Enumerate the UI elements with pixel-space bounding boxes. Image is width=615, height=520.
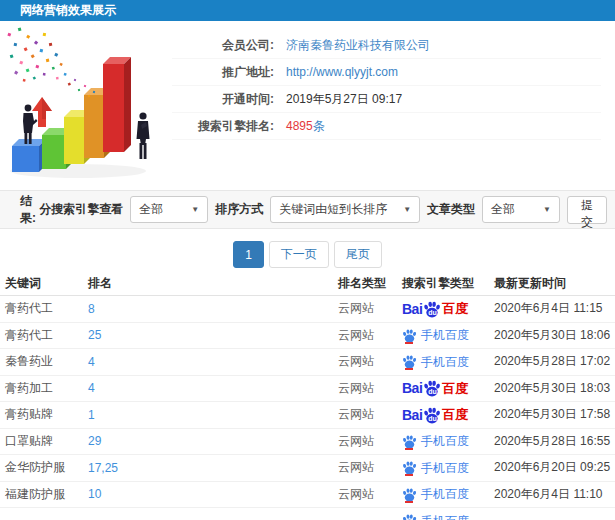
- table-row: 口罩贴牌29云网站手机百度2020年5月28日 16:55: [0, 429, 615, 456]
- mobile-baidu-red-mark: [405, 368, 413, 370]
- chevron-down-icon: ▼: [543, 205, 551, 214]
- baidu-logo: Baidu百度: [402, 406, 468, 424]
- keyword-cell: 福建防护服: [5, 486, 88, 503]
- keyword-cell: 膏药加工: [5, 380, 88, 397]
- table-header-row: 关键词 排名 排名类型 搜索引擎类型 最新更新时间: [0, 271, 615, 296]
- table-row: 膏药贴牌1云网站Baidu百度2020年5月30日 17:58: [0, 402, 615, 429]
- rank-type-cell: 云网站: [338, 300, 402, 317]
- mobile-baidu-label: 手机百度: [421, 329, 469, 341]
- mobile-baidu-red-mark: [405, 342, 413, 344]
- mobile-baidu-logo: 手机百度: [402, 434, 469, 449]
- col-header-engine-type: 搜索引擎类型: [402, 275, 494, 292]
- baidu-bai-text: Bai: [402, 408, 422, 422]
- rank-link[interactable]: 17,25: [88, 461, 338, 475]
- info-label: 开通时间:: [172, 91, 274, 108]
- table-body: 膏药代工8云网站Baidu百度2020年6月4日 11:15膏药代工25云网站手…: [0, 296, 615, 520]
- info-row: 开通时间:2019年5月27日 09:17: [172, 86, 601, 113]
- rank-link[interactable]: 4: [88, 355, 338, 369]
- table-row: 膏药代工8云网站Baidu百度2020年6月4日 11:15: [0, 296, 615, 323]
- table-row: 膏药代工25云网站手机百度2020年5月30日 18:06: [0, 323, 615, 350]
- filter-controls: 分搜索引擎查看 全部 ▼ 排序方式 关键词由短到长排序 ▼ 文章类型 全部 ▼ …: [39, 196, 607, 224]
- mobile-baidu-paw-icon: [402, 513, 417, 520]
- update-time-cell: 2020年5月30日 18:03: [494, 380, 615, 397]
- result-filter-bar: 结果: 分搜索引擎查看 全部 ▼ 排序方式 关键词由短到长排序 ▼ 文章类型 全…: [0, 190, 615, 229]
- article-type-select[interactable]: 全部 ▼: [482, 196, 560, 223]
- mobile-baidu-logo: 手机百度: [402, 328, 469, 343]
- rank-type-cell: 云网站: [338, 406, 402, 423]
- rank-link[interactable]: 10: [88, 487, 338, 501]
- chevron-down-icon: ▼: [191, 205, 199, 214]
- table-row: 秦鲁药业4云网站手机百度2020年5月28日 17:02: [0, 349, 615, 376]
- info-value[interactable]: http://www.qlyyjt.com: [286, 65, 398, 79]
- sort-select-value: 关键词由短到长排序: [279, 201, 387, 218]
- baidu-cn-text: 百度: [442, 408, 468, 421]
- rank-type-cell: 云网站: [338, 380, 402, 397]
- mobile-baidu-red-mark: [405, 448, 413, 450]
- info-row: 推广地址:http://www.qlyyjt.com: [172, 59, 601, 86]
- info-value: 4895: [286, 119, 313, 133]
- table-row: 金华防护服17,25云网站手机百度2020年6月20日 09:25: [0, 455, 615, 482]
- baidu-cn-text: 百度: [442, 382, 468, 395]
- mobile-baidu-label: 手机百度: [421, 356, 469, 368]
- baidu-paw-icon: du: [423, 406, 441, 424]
- info-label: 推广地址:: [172, 64, 274, 81]
- info-value: 2019年5月27日 09:17: [286, 91, 402, 108]
- rank-link[interactable]: 4: [88, 381, 338, 395]
- engine-cell: 手机百度: [402, 434, 494, 449]
- update-time-cell: 2020年5月28日 16:55: [494, 433, 615, 450]
- engine-cell: Baidu百度: [402, 300, 494, 318]
- page-button-last[interactable]: 尾页: [334, 241, 382, 268]
- member-info-list: 会员公司:济南秦鲁药业科技有限公司推广地址:http://www.qlyyjt.…: [172, 21, 615, 188]
- mobile-baidu-label: 手机百度: [421, 488, 469, 500]
- submit-button[interactable]: 提交: [567, 196, 607, 224]
- mobile-baidu-red-mark: [405, 501, 413, 503]
- keyword-cell: 膏药贴牌: [5, 406, 88, 423]
- article-type-select-value: 全部: [491, 201, 515, 218]
- info-label: 搜索引擎排名:: [172, 118, 274, 135]
- baidu-logo: Baidu百度: [402, 300, 468, 318]
- col-header-rank-type: 排名类型: [338, 275, 402, 292]
- page-button-current[interactable]: 1: [233, 241, 264, 268]
- window-titlebar: 网络营销效果展示: [0, 0, 615, 21]
- page-button-next[interactable]: 下一页: [269, 241, 329, 268]
- member-info-section: 会员公司:济南秦鲁药业科技有限公司推广地址:http://www.qlyyjt.…: [0, 21, 615, 188]
- update-time-cell: 2020年5月28日 17:02: [494, 353, 615, 370]
- mobile-baidu-paw-icon: [402, 328, 417, 343]
- rank-type-cell: 云网站: [338, 459, 402, 476]
- mobile-baidu-label: 手机百度: [421, 462, 469, 474]
- rank-link[interactable]: 25: [88, 328, 338, 342]
- mobile-baidu-paw-icon: [402, 354, 417, 369]
- keyword-cell: 金华防护服: [5, 459, 88, 476]
- keyword-cell: 膏药代工: [5, 327, 88, 344]
- update-time-cell: 2020年5月30日 18:06: [494, 327, 615, 344]
- info-row: 搜索引擎排名:4895条: [172, 113, 601, 140]
- mobile-baidu-label: 手机百度: [421, 515, 469, 520]
- sort-select[interactable]: 关键词由短到长排序 ▼: [270, 196, 420, 223]
- mobile-baidu-logo: 手机百度: [402, 487, 469, 502]
- col-header-rank: 排名: [88, 275, 338, 292]
- mobile-baidu-red-mark: [405, 474, 413, 476]
- mobile-baidu-paw-icon: [402, 487, 417, 502]
- info-label: 会员公司:: [172, 37, 274, 54]
- info-value[interactable]: 济南秦鲁药业科技有限公司: [286, 37, 430, 54]
- engine-cell: 手机百度: [402, 354, 494, 369]
- engine-select[interactable]: 全部 ▼: [130, 196, 208, 223]
- baidu-du-text: du: [428, 415, 437, 422]
- chevron-down-icon: ▼: [403, 205, 411, 214]
- rank-link[interactable]: 8: [88, 302, 338, 316]
- bar-chart-illustration-svg: [0, 21, 172, 183]
- update-time-cell: 2020年6月4日 11:10: [494, 486, 615, 503]
- mobile-baidu-logo: 手机百度: [402, 460, 469, 475]
- pagination: 1 下一页 尾页: [0, 241, 615, 268]
- engine-cell: 手机百度: [402, 460, 494, 475]
- baidu-bai-text: Bai: [402, 302, 422, 316]
- rank-link[interactable]: 1: [88, 408, 338, 422]
- engine-cell: Baidu百度: [402, 379, 494, 397]
- info-suffix: 条: [313, 118, 325, 135]
- mobile-baidu-logo: 手机百度: [402, 354, 469, 369]
- rank-link[interactable]: 29: [88, 434, 338, 448]
- table-row: 福建防护服10云网站手机百度2020年6月4日 11:10: [0, 482, 615, 509]
- engine-cell: Baidu百度: [402, 406, 494, 424]
- baidu-cn-text: 百度: [442, 302, 468, 315]
- update-time-cell: 2020年6月4日 11:15: [494, 300, 615, 317]
